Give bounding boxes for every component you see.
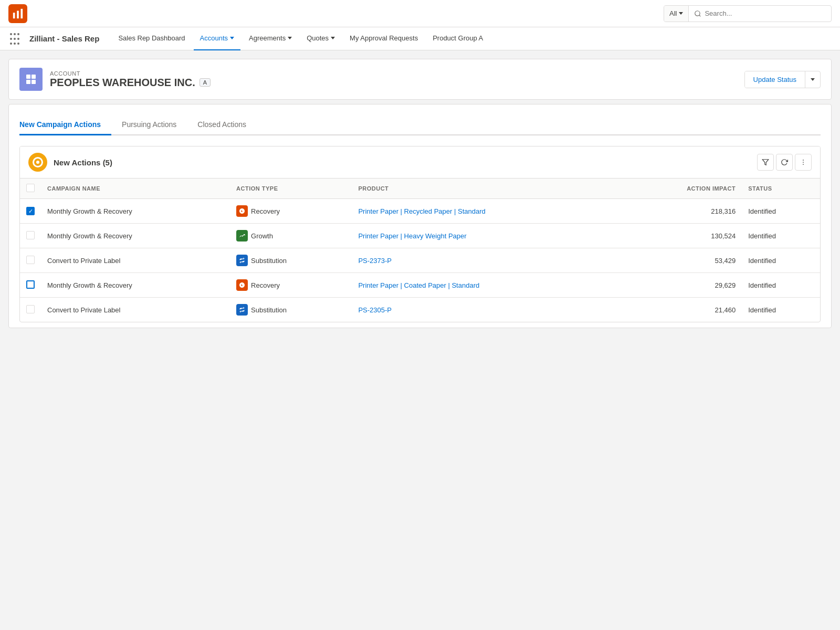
campaign-name-cell: Monthly Growth & Recovery — [41, 273, 230, 298]
account-info: Account PEOPLES WAREHOUSE INC. A — [50, 70, 211, 89]
nav-item-my-approval-requests[interactable]: My Approval Requests — [343, 27, 424, 50]
tab-pursuing-actions[interactable]: Pursuing Actions — [122, 115, 187, 135]
action-impact-cell: 218,316 — [623, 199, 742, 224]
nav-item-sales-rep-dashboard[interactable]: Sales Rep Dashboard — [112, 27, 191, 50]
refresh-button[interactable] — [776, 154, 793, 171]
row-checkbox-0[interactable] — [26, 207, 35, 215]
product-link[interactable]: Printer Paper | Coated Paper | Standard — [358, 281, 479, 289]
update-status-arrow[interactable] — [805, 74, 820, 85]
product-link[interactable]: Printer Paper | Recycled Paper | Standar… — [358, 207, 485, 215]
update-status-button[interactable]: Update Status — [744, 71, 821, 88]
table-row: Convert to Private Label Substitution PS… — [20, 248, 820, 273]
search-scope-dropdown[interactable]: All — [664, 6, 689, 22]
header-select-all — [20, 178, 41, 199]
action-type-badge: Recovery — [236, 279, 280, 291]
select-all-checkbox[interactable] — [26, 184, 35, 192]
search-input[interactable] — [705, 9, 810, 17]
header-action-type: ACTION TYPE — [230, 178, 352, 199]
nav-item-quotes[interactable]: Quotes — [300, 27, 341, 50]
account-name: PEOPLES WAREHOUSE INC. A — [50, 77, 211, 89]
row-checkbox-3[interactable] — [26, 280, 35, 289]
product-cell[interactable]: PS-2305-P — [352, 298, 623, 322]
tab-new-campaign-actions[interactable]: New Campaign Actions — [19, 115, 111, 135]
app-logo[interactable] — [8, 4, 27, 23]
status-cell: Identified — [742, 298, 820, 322]
product-cell[interactable]: Printer Paper | Heavy Weight Paper — [352, 224, 623, 248]
app-switcher-icon[interactable] — [8, 33, 21, 45]
account-header: Account PEOPLES WAREHOUSE INC. A Update … — [8, 59, 832, 100]
svg-rect-7 — [26, 80, 30, 84]
tab-closed-actions[interactable]: Closed Actions — [197, 115, 257, 135]
table-header: CAMPAIGN NAME ACTION TYPE PRODUCT ACTION… — [20, 178, 820, 199]
accounts-chevron-icon — [230, 37, 234, 39]
nav-item-agreements[interactable]: Agreements — [243, 27, 298, 50]
main-content: New Campaign Actions Pursuing Actions Cl… — [8, 104, 832, 328]
product-link[interactable]: PS-2373-P — [358, 257, 392, 265]
row-checkbox-2[interactable] — [26, 256, 35, 264]
svg-point-3 — [695, 10, 700, 15]
action-type-badge: Recovery — [236, 205, 280, 217]
campaign-name-cell: Monthly Growth & Recovery — [41, 224, 230, 248]
svg-rect-5 — [26, 75, 30, 79]
svg-rect-8 — [32, 80, 36, 84]
product-link[interactable]: Printer Paper | Heavy Weight Paper — [358, 232, 466, 240]
action-type-cell: Recovery — [230, 273, 352, 298]
action-impact-cell: 29,629 — [623, 273, 742, 298]
action-type-icon — [236, 255, 248, 266]
search-bar: All — [664, 5, 832, 22]
search-icon — [694, 10, 701, 17]
action-type-label: Recovery — [251, 281, 280, 289]
action-type-badge: Growth — [236, 230, 273, 242]
actions-title: New Actions (5) — [54, 158, 757, 167]
account-label: Account — [50, 70, 211, 77]
svg-rect-6 — [32, 75, 36, 79]
search-input-wrap — [689, 9, 831, 17]
header-campaign-name: CAMPAIGN NAME — [41, 178, 230, 199]
product-cell[interactable]: Printer Paper | Coated Paper | Standard — [352, 273, 623, 298]
row-checkbox-1[interactable] — [26, 231, 35, 239]
nav-bar: Zilliant - Sales Rep Sales Rep Dashboard… — [0, 27, 840, 50]
svg-point-11 — [803, 162, 804, 163]
svg-line-4 — [699, 15, 701, 16]
action-type-icon — [236, 304, 248, 316]
header-status: STATUS — [742, 178, 820, 199]
search-scope-label: All — [669, 9, 677, 17]
quotes-chevron-icon — [331, 37, 335, 39]
status-cell: Identified — [742, 273, 820, 298]
action-type-cell: Substitution — [230, 298, 352, 322]
refresh-icon — [781, 159, 788, 166]
header-action-impact: ACTION IMPACT — [623, 178, 742, 199]
table-row: Monthly Growth & Recovery Recovery Print… — [20, 199, 820, 224]
account-left: Account PEOPLES WAREHOUSE INC. A — [19, 68, 211, 91]
action-type-icon — [236, 230, 248, 242]
account-icon — [19, 68, 43, 91]
action-type-cell: Substitution — [230, 248, 352, 273]
nav-item-product-group-a[interactable]: Product Group A — [426, 27, 489, 50]
action-impact-cell: 130,524 — [623, 224, 742, 248]
actions-toolbar — [757, 154, 812, 171]
app-name: Zilliant - Sales Rep — [29, 34, 99, 43]
nav-item-accounts[interactable]: Accounts — [194, 27, 240, 50]
product-link[interactable]: PS-2305-P — [358, 306, 392, 314]
status-cell: Identified — [742, 199, 820, 224]
more-options-button[interactable] — [795, 154, 812, 171]
action-type-cell: Growth — [230, 224, 352, 248]
product-cell[interactable]: Printer Paper | Recycled Paper | Standar… — [352, 199, 623, 224]
top-bar: All — [0, 0, 840, 27]
table-body: Monthly Growth & Recovery Recovery Print… — [20, 199, 820, 322]
action-type-icon — [236, 205, 248, 217]
product-cell[interactable]: PS-2373-P — [352, 248, 623, 273]
svg-rect-1 — [17, 10, 19, 18]
action-type-badge: Substitution — [236, 304, 287, 316]
row-checkbox-4[interactable] — [26, 305, 35, 313]
campaign-name-cell: Convert to Private Label — [41, 248, 230, 273]
action-type-badge: Substitution — [236, 255, 287, 266]
status-cell: Identified — [742, 224, 820, 248]
update-status-chevron-icon — [811, 78, 815, 81]
svg-marker-9 — [762, 160, 769, 165]
filter-button[interactable] — [757, 154, 774, 171]
filter-icon — [762, 159, 769, 166]
action-type-label: Recovery — [251, 207, 280, 215]
search-scope-chevron — [679, 12, 683, 15]
svg-rect-2 — [21, 8, 23, 18]
